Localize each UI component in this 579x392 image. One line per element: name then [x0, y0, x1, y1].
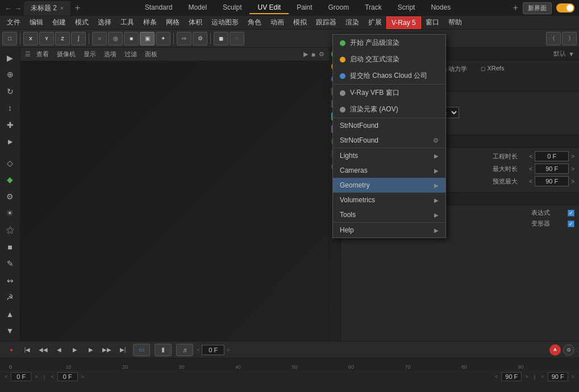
toolbar-y[interactable]: Y [39, 32, 54, 45]
left-btn-poly[interactable]: ▲ [2, 306, 18, 322]
vray-menu-aov[interactable]: 渲染元素 (AOV) [333, 101, 445, 118]
vray-menu-help[interactable]: Help ▶ [333, 223, 445, 237]
left-btn-transform[interactable]: ✚ [2, 117, 18, 133]
toggle-switch[interactable] [556, 3, 574, 12]
b-frame-3[interactable]: 90 F [501, 372, 522, 381]
viewport-options[interactable]: 选项 [102, 49, 119, 60]
prev-frame-button[interactable]: ◀ [52, 344, 66, 356]
menu-animate[interactable]: 动画 [266, 16, 289, 29]
menu-window[interactable]: 窗口 [421, 16, 444, 29]
left-btn-paint[interactable]: ☀ [2, 206, 18, 222]
dur-right-arrow[interactable]: > [571, 153, 574, 160]
shuffle-button[interactable]: ▮ [155, 344, 172, 356]
tab-track[interactable]: Track [357, 2, 390, 14]
deform-checkbox[interactable]: ✓ [568, 220, 574, 227]
goto-end-button[interactable]: ▶| [116, 344, 130, 356]
tab-add-icon[interactable]: + [73, 3, 82, 13]
prev-key-button[interactable]: ◀◀ [36, 344, 50, 356]
menu-file[interactable]: 文件 [2, 16, 25, 29]
max-right-arrow[interactable]: > [571, 166, 574, 172]
menu-tools[interactable]: 工具 [116, 16, 139, 29]
vray-menu-geometry[interactable]: Geometry ▶ [333, 178, 445, 193]
settings-circle[interactable]: ⚙ [563, 344, 574, 356]
b-arrow-2[interactable]: > [35, 374, 38, 380]
duration-value[interactable]: 0 F [535, 151, 569, 161]
viewport-gear-icon[interactable]: ⚙ [319, 51, 324, 58]
play-button[interactable]: ▶ [68, 344, 82, 356]
next-frame-button[interactable]: ▶ [84, 344, 98, 356]
vray-menu-vfb[interactable]: V-Ray VFB 窗口 [333, 85, 445, 101]
frame-prev-arrow[interactable]: < [197, 347, 199, 353]
viewport-filter[interactable]: 过滤 [122, 49, 139, 60]
left-btn-shape2[interactable]: ◆ [2, 172, 18, 188]
tab-paint[interactable]: Paint [289, 2, 320, 14]
vray-menu-render-production[interactable]: 开始 产品级渲染 [333, 35, 445, 51]
menu-edit[interactable]: 编辑 [25, 16, 48, 29]
panel-tab-xrefs[interactable]: ▢XRefs [474, 62, 511, 77]
left-btn-measure[interactable]: ■ [2, 239, 18, 255]
b-arrow-8[interactable]: > [572, 374, 574, 380]
b-arrow-5[interactable]: < [495, 374, 498, 380]
viewport-view[interactable]: 查看 [34, 49, 51, 60]
left-btn-edit[interactable]: ☭ [2, 289, 18, 305]
vray-menu-volumetrics[interactable]: Volumetrics ▶ [333, 193, 445, 207]
b-arrow-6[interactable]: > [525, 374, 528, 380]
add-tab-icon[interactable]: + [513, 3, 518, 13]
left-btn-bend[interactable]: ↭ [2, 273, 18, 289]
tab-standard[interactable]: Standard [137, 2, 181, 14]
toolbar-circle[interactable]: ○ [92, 32, 107, 45]
toolbar-arrow[interactable]: ⇨ [177, 32, 191, 45]
toolbar-star[interactable]: ✦ [156, 32, 170, 45]
title-tab[interactable]: 未标题 2 × [24, 1, 70, 15]
toolbar-box-active[interactable]: ▣ [140, 32, 155, 45]
menu-help[interactable]: 帮助 [444, 16, 466, 29]
current-frame[interactable]: 0 F [202, 345, 224, 355]
menu-extend[interactable]: 扩展 [364, 16, 386, 29]
viewport-camera[interactable]: 摄像机 [55, 49, 78, 60]
vray-menu-cameras[interactable]: Cameras ▶ [333, 163, 445, 178]
left-btn-scale[interactable]: ↕ [2, 101, 18, 116]
undo-icon[interactable]: ← [5, 4, 12, 12]
tab-groom[interactable]: Groom [320, 2, 357, 14]
vray-menu-tools[interactable]: Tools ▶ [333, 207, 445, 222]
toolbar-gear[interactable]: ⚙ [193, 32, 207, 45]
panel-top-dropdown[interactable]: ▼ [568, 51, 574, 57]
menu-mograph[interactable]: 运动图形 [207, 16, 243, 29]
menu-spline[interactable]: 样条 [139, 16, 161, 29]
tab-model[interactable]: Model [180, 2, 215, 14]
toolbar-grid2[interactable]: ◾ [230, 32, 244, 45]
max-left-arrow[interactable]: < [529, 166, 532, 172]
frame-next-arrow[interactable]: > [227, 347, 230, 353]
maxtime-value[interactable]: 90 F [535, 164, 569, 174]
left-btn-shape1[interactable]: ◇ [2, 155, 18, 171]
menu-volume[interactable]: 体积 [184, 16, 207, 29]
next-key-button[interactable]: ▶▶ [100, 344, 114, 356]
redo-icon[interactable]: → [14, 4, 22, 12]
b-frame-2[interactable]: 0 F [57, 372, 78, 381]
expr-checkbox[interactable]: ✓ [568, 210, 574, 216]
loop-button[interactable]: ▭ [133, 344, 150, 356]
left-btn-move[interactable]: ⊕ [2, 67, 18, 83]
b-arrow-7[interactable]: < [541, 374, 544, 380]
left-btn-magnet[interactable]: ⚝ [2, 222, 18, 238]
viewport-display[interactable]: 显示 [81, 49, 98, 60]
toolbar-box[interactable]: ■ [124, 32, 139, 45]
pmax-left-arrow[interactable]: < [529, 178, 532, 185]
tab-nodes[interactable]: Nodes [423, 2, 459, 14]
audio-button[interactable]: ♬ [176, 344, 193, 356]
record-button[interactable]: ● [5, 344, 18, 356]
toolbar-tag[interactable]: 〈 [546, 32, 561, 45]
left-btn-settings[interactable]: ⚙ [2, 189, 18, 205]
toolbar-bookmark[interactable]: 〉 [562, 32, 577, 45]
new-interface-button[interactable]: 新界面 [523, 2, 552, 14]
goto-start-button[interactable]: |◀ [20, 344, 34, 356]
menu-mode[interactable]: 模式 [70, 16, 93, 29]
b-arrow-3[interactable]: < [51, 374, 53, 380]
tab-uv-edit[interactable]: UV Edit [249, 2, 289, 14]
toolbar-z[interactable]: Z [55, 32, 70, 45]
tab-sculpt[interactable]: Sculpt [215, 2, 249, 14]
menu-render[interactable]: 渲染 [341, 16, 364, 29]
toolbar-circle2[interactable]: ◎ [108, 32, 123, 45]
menu-tracker[interactable]: 跟踪器 [311, 16, 341, 29]
b-frame-4[interactable]: 90 F [548, 372, 568, 381]
